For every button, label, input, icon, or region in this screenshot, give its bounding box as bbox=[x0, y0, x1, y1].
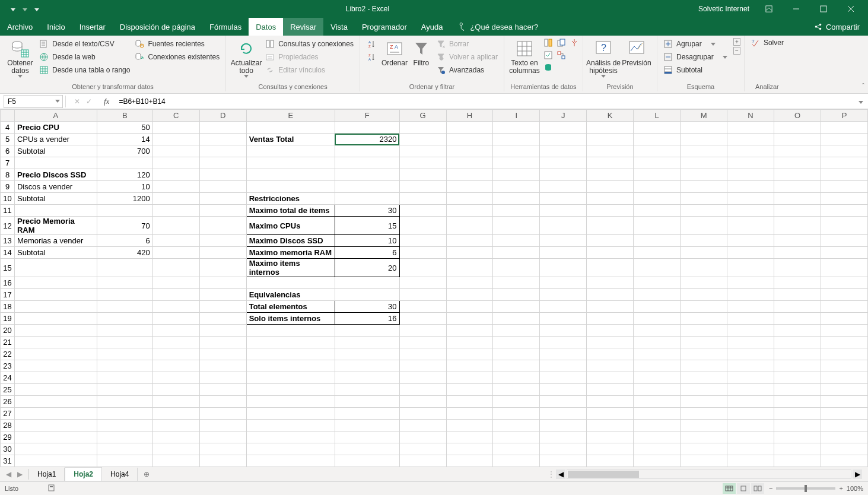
cell-D23[interactable] bbox=[199, 360, 246, 372]
cell-E15[interactable]: Maximo items internos bbox=[246, 259, 335, 277]
ribbon-options-icon[interactable] bbox=[755, 0, 783, 18]
col-header-L[interactable]: L bbox=[634, 110, 681, 122]
cell-F18[interactable]: 30 bbox=[335, 301, 399, 313]
cell-A21[interactable] bbox=[14, 337, 97, 348]
cell-K30[interactable] bbox=[587, 443, 634, 455]
cell-F23[interactable] bbox=[335, 360, 399, 372]
cell-G13[interactable] bbox=[399, 235, 446, 247]
cell-L29[interactable] bbox=[634, 431, 681, 443]
cell-E28[interactable] bbox=[246, 420, 335, 431]
cell-J31[interactable] bbox=[540, 455, 587, 467]
row-header-17[interactable]: 17 bbox=[1, 289, 15, 301]
row-header-6[interactable]: 6 bbox=[1, 145, 15, 157]
cell-C10[interactable] bbox=[152, 193, 199, 205]
cell-D5[interactable] bbox=[199, 134, 246, 145]
cell-E6[interactable] bbox=[246, 145, 335, 157]
cell-C21[interactable] bbox=[152, 337, 199, 348]
menu-data[interactable]: Datos bbox=[249, 18, 283, 36]
cell-D28[interactable] bbox=[199, 420, 246, 431]
cell-C8[interactable] bbox=[152, 169, 199, 181]
cell-M9[interactable] bbox=[681, 181, 727, 193]
cell-L31[interactable] bbox=[634, 455, 681, 467]
cell-O31[interactable] bbox=[774, 455, 821, 467]
cell-E24[interactable] bbox=[246, 372, 335, 384]
cell-M25[interactable] bbox=[681, 384, 727, 396]
cell-O5[interactable] bbox=[774, 134, 821, 145]
page-break-view-button[interactable] bbox=[751, 483, 764, 494]
cell-P14[interactable] bbox=[821, 247, 867, 259]
cell-I31[interactable] bbox=[493, 455, 540, 467]
cell-H11[interactable] bbox=[446, 205, 493, 217]
cell-A14[interactable]: Subtotal bbox=[14, 247, 97, 259]
cell-N4[interactable] bbox=[727, 122, 774, 134]
cell-L22[interactable] bbox=[634, 348, 681, 360]
cell-E10[interactable]: Restricciones bbox=[246, 193, 335, 205]
cell-B16[interactable] bbox=[97, 277, 152, 289]
cell-I17[interactable] bbox=[493, 289, 540, 301]
relationships-icon[interactable] bbox=[557, 50, 566, 62]
cell-I23[interactable] bbox=[493, 360, 540, 372]
cell-N17[interactable] bbox=[727, 289, 774, 301]
cell-H22[interactable] bbox=[446, 348, 493, 360]
cell-J16[interactable] bbox=[540, 277, 587, 289]
cell-D11[interactable] bbox=[199, 205, 246, 217]
close-icon[interactable] bbox=[837, 0, 864, 18]
cell-B7[interactable] bbox=[97, 157, 152, 169]
cell-F28[interactable] bbox=[335, 420, 399, 431]
cell-E21[interactable] bbox=[246, 337, 335, 348]
cell-O30[interactable] bbox=[774, 443, 821, 455]
row-header-18[interactable]: 18 bbox=[1, 301, 15, 313]
cell-C18[interactable] bbox=[152, 301, 199, 313]
cell-K21[interactable] bbox=[587, 337, 634, 348]
row-header-26[interactable]: 26 bbox=[1, 396, 15, 408]
cell-H7[interactable] bbox=[446, 157, 493, 169]
cell-K27[interactable] bbox=[587, 408, 634, 420]
cell-A28[interactable] bbox=[14, 420, 97, 431]
cell-L28[interactable] bbox=[634, 420, 681, 431]
cell-B18[interactable] bbox=[97, 301, 152, 313]
cell-F27[interactable] bbox=[335, 408, 399, 420]
cell-L6[interactable] bbox=[634, 145, 681, 157]
cell-A6[interactable]: Subtotal bbox=[14, 145, 97, 157]
cell-P30[interactable] bbox=[821, 443, 867, 455]
cell-D30[interactable] bbox=[199, 443, 246, 455]
cell-M24[interactable] bbox=[681, 372, 727, 384]
cell-K4[interactable] bbox=[587, 122, 634, 134]
cell-K17[interactable] bbox=[587, 289, 634, 301]
cell-G23[interactable] bbox=[399, 360, 446, 372]
cell-G5[interactable] bbox=[399, 134, 446, 145]
cell-K28[interactable] bbox=[587, 420, 634, 431]
cell-A23[interactable] bbox=[14, 360, 97, 372]
cell-N13[interactable] bbox=[727, 235, 774, 247]
cell-F25[interactable] bbox=[335, 384, 399, 396]
cell-A29[interactable] bbox=[14, 431, 97, 443]
menu-help[interactable]: Ayuda bbox=[414, 18, 450, 36]
cell-M18[interactable] bbox=[681, 301, 727, 313]
cell-A25[interactable] bbox=[14, 384, 97, 396]
cell-N7[interactable] bbox=[727, 157, 774, 169]
row-header-13[interactable]: 13 bbox=[1, 235, 15, 247]
cell-J26[interactable] bbox=[540, 396, 587, 408]
row-header-10[interactable]: 10 bbox=[1, 193, 15, 205]
cell-F9[interactable] bbox=[335, 181, 399, 193]
cell-H10[interactable] bbox=[446, 193, 493, 205]
cell-O9[interactable] bbox=[774, 181, 821, 193]
cell-D26[interactable] bbox=[199, 396, 246, 408]
cell-B5[interactable]: 14 bbox=[97, 134, 152, 145]
cell-I16[interactable] bbox=[493, 277, 540, 289]
cell-H17[interactable] bbox=[446, 289, 493, 301]
cell-C11[interactable] bbox=[152, 205, 199, 217]
cell-E13[interactable]: Maximo Discos SSD bbox=[246, 235, 335, 247]
cell-E30[interactable] bbox=[246, 443, 335, 455]
menu-file[interactable]: Archivo bbox=[0, 18, 40, 36]
cell-M29[interactable] bbox=[681, 431, 727, 443]
cell-H13[interactable] bbox=[446, 235, 493, 247]
cell-B25[interactable] bbox=[97, 384, 152, 396]
cell-D13[interactable] bbox=[199, 235, 246, 247]
col-header-H[interactable]: H bbox=[446, 110, 493, 122]
cell-J10[interactable] bbox=[540, 193, 587, 205]
cell-J11[interactable] bbox=[540, 205, 587, 217]
cell-A26[interactable] bbox=[14, 396, 97, 408]
cell-A19[interactable] bbox=[14, 313, 97, 325]
cell-D8[interactable] bbox=[199, 169, 246, 181]
